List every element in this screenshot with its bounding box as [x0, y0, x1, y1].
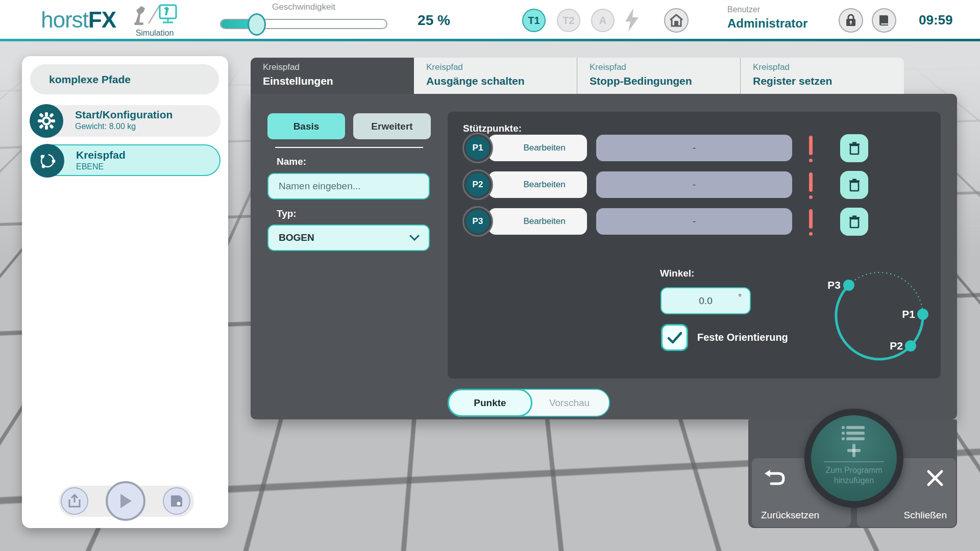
mode-button-t1[interactable]: T1: [522, 9, 546, 32]
program-title: komplexe Pfade: [30, 64, 219, 94]
chevron-down-icon: [409, 235, 420, 241]
user-label: Benutzer: [727, 5, 760, 14]
punkte-toggle-button[interactable]: Punkte: [448, 389, 532, 417]
save-button[interactable]: [163, 487, 190, 515]
lock-icon: [845, 14, 857, 27]
app-logo: horstFX: [41, 7, 116, 33]
edit-point-p2-button[interactable]: Bearbeiten: [488, 171, 587, 198]
point-row-p2: P2 Bearbeiten -: [448, 171, 941, 199]
view-toggle: Vorschau Punkte: [448, 389, 610, 417]
tab-ausgaenge-schalten[interactable]: Kreispfad Ausgänge schalten: [414, 58, 577, 94]
user-name: Administrator: [727, 16, 807, 31]
book-icon: [877, 14, 891, 27]
program-sidebar: komplexe Pfade Start/Ko: [22, 56, 228, 528]
winkel-label: Winkel:: [660, 268, 694, 279]
gear-icon: [30, 104, 63, 138]
export-button[interactable]: [61, 487, 88, 515]
circle-path-diagram: P3 P1 P2: [818, 255, 941, 377]
diagram-label-p3: P3: [827, 279, 841, 291]
trash-icon: [848, 142, 861, 155]
add-to-program-label: Zum Programm hinzufügen: [821, 465, 887, 486]
trash-icon: [848, 179, 861, 192]
tab-label: Ausgänge schalten: [426, 75, 577, 87]
diagram-label-p1: P1: [902, 308, 915, 320]
stuetzpunkte-title: Stützpunkte:: [463, 123, 522, 134]
add-to-program-button[interactable]: Zum Programm hinzufügen: [804, 409, 903, 508]
sidebar-item-title: Kreispfad: [76, 149, 126, 161]
top-bar: horstFX Simulation Geschwindigkeit 25 % …: [0, 0, 980, 39]
point-badge-p3: P3: [462, 206, 493, 237]
name-label: Name:: [277, 156, 306, 167]
diagram-point-p2: [905, 340, 916, 352]
lock-button[interactable]: [839, 8, 863, 33]
stuetzpunkte-panel: Stützpunkte: P1 Bearbeiten - P2 Bearbeit…: [448, 112, 941, 379]
winkel-value: 0.0: [699, 295, 712, 307]
tab-category: Kreispfad: [753, 62, 904, 72]
power-lightning-icon: [623, 8, 641, 34]
diagram-label-p2: P2: [890, 340, 903, 352]
undo-icon: [764, 469, 786, 488]
sidebar-item-kreispfad[interactable]: Kreispfad EBENE: [30, 144, 220, 176]
erweitert-button[interactable]: Erweitert: [353, 113, 431, 139]
play-button[interactable]: [106, 481, 145, 521]
diagram-point-p3: [843, 280, 854, 291]
feste-orientierung-label: Feste Orientierung: [697, 332, 788, 343]
tab-category: Kreispfad: [426, 62, 577, 72]
play-icon: [119, 493, 132, 509]
feste-orientierung-checkbox[interactable]: [661, 324, 688, 351]
degree-unit: °: [738, 292, 742, 303]
delete-point-p3-button[interactable]: [840, 208, 868, 236]
basis-button[interactable]: Basis: [267, 113, 345, 139]
point-value-p2: -: [596, 171, 792, 198]
top-bar-accent-line: [0, 39, 980, 41]
speed-value: 25 %: [403, 12, 464, 29]
delete-point-p1-button[interactable]: [840, 134, 868, 162]
speed-slider-knob[interactable]: [248, 13, 266, 36]
simulation-label: Simulation: [124, 29, 185, 38]
home-button[interactable]: [664, 8, 689, 33]
circular-path-icon: [31, 144, 64, 178]
winkel-input[interactable]: 0.0 °: [660, 287, 751, 314]
typ-select[interactable]: BOGEN: [267, 224, 430, 251]
check-icon: [667, 332, 682, 344]
manual-button[interactable]: [872, 8, 896, 33]
home-icon: [669, 14, 683, 27]
edit-point-p3-button[interactable]: Bearbeiten: [488, 208, 587, 235]
sidebar-item-start-konfiguration[interactable]: Start/Konfiguration Gewicht: 8.00 kg: [30, 105, 220, 137]
speed-label: Geschwindigkeit: [232, 2, 375, 12]
warning-exclamation-icon: [809, 209, 813, 236]
mode-button-t2[interactable]: T2: [557, 9, 580, 32]
diagram-point-p1: [917, 309, 928, 320]
sidebar-item-title: Start/Konfiguration: [75, 109, 173, 121]
warning-exclamation-icon: [809, 136, 813, 162]
logo-part-bold: FX: [88, 7, 116, 32]
section-divider: [275, 147, 423, 148]
typ-label: Typ:: [277, 208, 297, 219]
tab-einstellungen[interactable]: Kreispfad Einstellungen: [251, 58, 414, 94]
close-label: Schließen: [904, 510, 947, 521]
typ-selected-value: BOGEN: [279, 232, 314, 243]
circle-divider: [824, 461, 884, 462]
simulation-toggle[interactable]: Simulation: [124, 3, 185, 38]
tab-bar: Kreispfad Einstellungen Kreispfad Ausgän…: [251, 58, 904, 94]
warning-exclamation-icon: [809, 172, 813, 199]
tab-register-setzen[interactable]: Kreispfad Register setzen: [741, 58, 904, 94]
tab-stopp-bedingungen[interactable]: Kreispfad Stopp-Bedingungen: [577, 58, 741, 94]
edit-point-p1-button[interactable]: Bearbeiten: [488, 135, 587, 161]
export-icon: [68, 494, 81, 508]
point-row-p3: P3 Bearbeiten -: [448, 208, 941, 236]
point-row-p1: P1 Bearbeiten -: [448, 134, 941, 162]
vorschau-toggle-button[interactable]: Vorschau: [530, 390, 609, 416]
speed-slider[interactable]: [220, 19, 387, 29]
point-value-p3: -: [596, 208, 792, 235]
delete-point-p2-button[interactable]: [840, 171, 868, 199]
mode-button-a[interactable]: A: [591, 9, 615, 32]
logo-part-light: horst: [41, 7, 88, 32]
tab-label: Einstellungen: [263, 75, 414, 87]
settings-panel: Basis Erweitert Name: Typ: BOGEN Stützpu…: [251, 94, 957, 419]
program-list-plus-icon: [841, 424, 867, 457]
name-input[interactable]: [267, 173, 430, 199]
point-value-p1: -: [596, 135, 792, 161]
tab-category: Kreispfad: [590, 62, 740, 72]
trash-icon: [848, 215, 861, 229]
